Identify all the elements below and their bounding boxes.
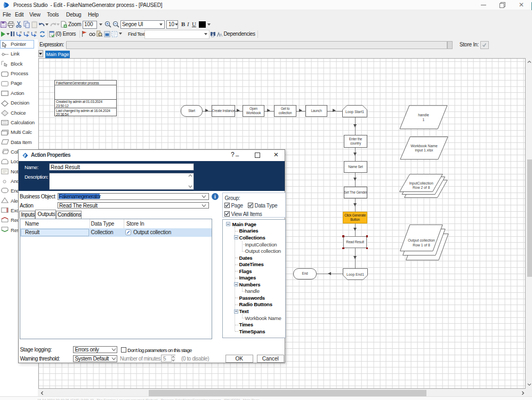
svg-text:1: 1 <box>422 117 424 121</box>
svg-text:handle: handle <box>418 113 429 117</box>
svg-text:Output collection: Output collection <box>408 238 435 243</box>
svg-text:Loop End1: Loop End1 <box>346 272 364 276</box>
svg-text:Loop Start1: Loop Start1 <box>345 109 364 114</box>
svg-text:Workbook Name: Workbook Name <box>410 144 438 148</box>
svg-text:input 1.xlsx: input 1.xlsx <box>415 148 433 153</box>
svg-text:Row 2 of 8: Row 2 of 8 <box>413 186 430 189</box>
svg-text:InputCollection: InputCollection <box>409 181 433 186</box>
svg-text:Row 1 of 8: Row 1 of 8 <box>413 243 430 247</box>
